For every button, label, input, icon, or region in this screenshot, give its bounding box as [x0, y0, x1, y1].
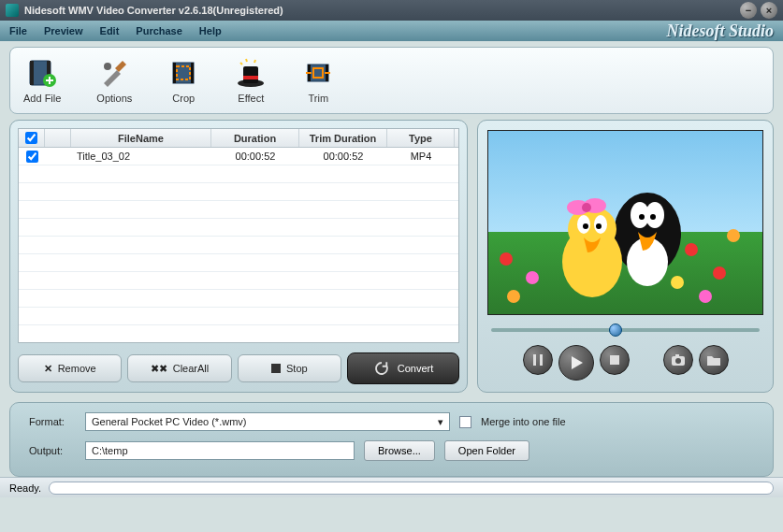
x-icon: ✕ [44, 363, 52, 375]
format-value: General Pocket PC Video (*.wmv) [92, 416, 246, 427]
menu-preview[interactable]: Preview [44, 25, 83, 36]
trim-label: Trim [308, 93, 328, 104]
table-row [19, 165, 458, 183]
output-path-input[interactable]: C:\temp [85, 441, 355, 460]
titlebar: Nidesoft WMV Video Converter v2.6.18(Unr… [0, 0, 783, 21]
table-header: FileName Duration Trim Duration Type [19, 129, 458, 148]
format-label: Format: [29, 416, 76, 427]
seek-slider[interactable] [491, 328, 760, 332]
clearall-label: ClearAll [173, 363, 210, 374]
options-label: Options [96, 93, 132, 104]
brand-label: Nidesoft Studio [666, 22, 774, 41]
magic-hat-icon [235, 57, 267, 89]
menu-help[interactable]: Help [199, 25, 222, 36]
crop-icon [167, 57, 199, 89]
options-button[interactable]: Options [96, 57, 132, 104]
trim-button[interactable]: Trim [302, 57, 334, 104]
table-row [19, 237, 458, 254]
statusbar: Ready. [0, 477, 783, 497]
stop-icon [271, 364, 281, 373]
svg-point-34 [675, 358, 681, 364]
table-row [19, 219, 458, 237]
convert-label: Convert [398, 363, 434, 374]
addfile-label: Add File [23, 93, 61, 104]
header-filename[interactable]: FileName [71, 129, 211, 147]
output-label: Output: [29, 445, 76, 456]
svg-rect-35 [675, 354, 679, 357]
checkall-checkbox[interactable] [25, 132, 37, 144]
refresh-icon [373, 360, 390, 377]
film-add-icon [26, 57, 58, 89]
output-value: C:\temp [92, 445, 128, 456]
table-row [19, 183, 458, 201]
svg-point-25 [583, 223, 588, 229]
effect-button[interactable]: Effect [235, 57, 267, 104]
effect-label: Effect [238, 93, 264, 104]
file-table: FileName Duration Trim Duration Type Tit… [18, 128, 459, 343]
row-checkbox[interactable] [26, 151, 38, 163]
merge-label: Merge into one file [481, 416, 566, 427]
clear-icon: ✖✖ [151, 363, 167, 375]
status-text: Ready. [9, 482, 41, 494]
play-button[interactable] [558, 345, 594, 381]
menu-file[interactable]: File [9, 25, 27, 36]
snapshot-button[interactable] [663, 345, 693, 375]
minimize-button[interactable]: − [740, 2, 757, 19]
svg-rect-7 [191, 63, 194, 83]
remove-button[interactable]: ✕ Remove [18, 354, 122, 382]
menu-purchase[interactable]: Purchase [136, 25, 182, 36]
file-list-panel: FileName Duration Trim Duration Type Tit… [9, 120, 468, 393]
row-duration: 00:00:52 [211, 151, 299, 162]
svg-point-19 [639, 214, 645, 220]
browse-button[interactable]: Browse... [364, 440, 435, 461]
table-row[interactable]: Title_03_02 00:00:52 00:00:52 MP4 [19, 148, 458, 165]
chevron-down-icon: ▾ [438, 416, 443, 428]
svg-rect-10 [243, 66, 258, 83]
openfolder-button[interactable]: Open Folder [444, 440, 529, 461]
settings-panel: Format: General Pocket PC Video (*.wmv) … [9, 402, 774, 477]
remove-label: Remove [58, 363, 96, 374]
header-checkall[interactable] [19, 129, 45, 147]
header-icon [45, 129, 71, 147]
stop-label: Stop [286, 363, 308, 374]
svg-rect-31 [540, 354, 543, 366]
header-duration[interactable]: Duration [211, 129, 299, 147]
header-type[interactable]: Type [387, 129, 455, 147]
stop-media-button[interactable] [600, 345, 630, 375]
preview-panel [477, 120, 774, 393]
crop-button[interactable]: Crop [167, 57, 199, 104]
header-trimduration[interactable]: Trim Duration [299, 129, 387, 147]
trim-icon [302, 57, 334, 89]
svg-point-29 [582, 203, 591, 212]
convert-button[interactable]: Convert [347, 352, 459, 384]
tools-icon [98, 57, 130, 89]
close-button[interactable]: × [761, 2, 777, 19]
menu-edit[interactable]: Edit [100, 25, 120, 36]
table-row [19, 254, 458, 272]
slider-thumb[interactable] [609, 324, 622, 337]
menubar: File Preview Edit Purchase Help Nidesoft… [0, 21, 783, 41]
openfolder-media-button[interactable] [699, 345, 729, 375]
table-row [19, 201, 458, 219]
progress-bar [49, 482, 774, 495]
row-trimduration: 00:00:52 [299, 151, 387, 162]
svg-point-4 [104, 63, 111, 70]
svg-rect-1 [30, 61, 34, 85]
svg-point-26 [596, 223, 602, 229]
stop-button[interactable]: Stop [238, 354, 341, 382]
video-preview[interactable] [487, 130, 763, 315]
table-row [19, 308, 458, 325]
row-filename: Title_03_02 [71, 151, 211, 162]
svg-rect-11 [243, 76, 258, 79]
merge-checkbox[interactable] [459, 416, 471, 428]
clearall-button[interactable]: ✖✖ ClearAll [127, 354, 231, 382]
window-title: Nidesoft WMV Video Converter v2.6.18(Unr… [24, 5, 736, 16]
svg-point-20 [650, 214, 656, 220]
pause-button[interactable] [523, 345, 553, 375]
addfile-button[interactable]: Add File [23, 57, 61, 104]
svg-rect-30 [533, 354, 536, 366]
svg-rect-6 [173, 63, 176, 83]
app-icon [6, 4, 19, 17]
format-select[interactable]: General Pocket PC Video (*.wmv) ▾ [85, 412, 450, 431]
crop-label: Crop [172, 93, 195, 104]
